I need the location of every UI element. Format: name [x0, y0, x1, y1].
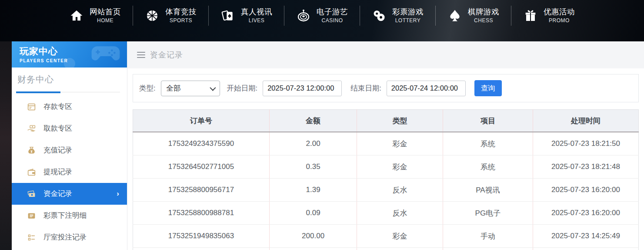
- table-row: 1753251949835063200.00彩金手动2025-07-23 14:…: [133, 225, 639, 248]
- nav-item-home[interactable]: 网站首页HOME: [57, 7, 133, 24]
- table-cell: 2025-07-23 16:20:00: [533, 202, 638, 225]
- finance-center-title: 财务中心: [17, 74, 120, 85]
- nav-label-en: HOME: [97, 17, 113, 24]
- sidebar-item-label: 厅室投注记录: [43, 233, 87, 242]
- nav-label-en: LOTTERY: [395, 17, 421, 24]
- table-cell: 1753249234375590: [133, 132, 270, 155]
- circle-decoration: [64, 58, 75, 68]
- roulette-icon: [296, 8, 311, 23]
- table-cell: 2.00: [270, 132, 357, 155]
- table-cell: 1753264502771005: [133, 155, 270, 179]
- nav-label-zh: 电子游艺: [317, 7, 348, 17]
- sidebar-item-deposit-zone[interactable]: 存款专区: [12, 96, 127, 118]
- sidebar-item-funds-record[interactable]: 资金记录 ›: [12, 183, 127, 205]
- table-cell: [533, 248, 638, 250]
- table-cell: 2025-07-23 16:20:00: [533, 179, 638, 202]
- nav-label-zh: 体育竞技: [165, 7, 197, 17]
- nav-label-en: CASINO: [321, 17, 343, 24]
- type-label: 类型:: [139, 84, 156, 93]
- nav-item-lottery[interactable]: 彩票游戏LOTTERY: [360, 7, 435, 24]
- nav-item-promo[interactable]: 优惠活动PROMO: [511, 7, 587, 24]
- sidebar-item-hall-bet-record[interactable]: 厅室投注记录: [12, 226, 127, 248]
- table-cell: [443, 248, 533, 250]
- nav-label-zh: 真人视讯: [241, 7, 272, 17]
- spade-icon: [447, 8, 462, 23]
- section-underline: [16, 92, 120, 92]
- nav-item-lives[interactable]: 真人视讯LIVES: [209, 7, 284, 24]
- ticket-list-icon: [27, 211, 36, 220]
- table-body: 17532492343755902.00彩金系统2025-07-23 18:21…: [133, 132, 639, 250]
- table-cell: 彩金: [357, 225, 443, 248]
- nav-item-casino[interactable]: 电子游艺CASINO: [284, 7, 360, 24]
- nav-label-zh: 棋牌游戏: [468, 7, 499, 17]
- table-cell: 彩金: [357, 155, 443, 179]
- table-cell: 200.00: [270, 225, 357, 248]
- start-date-label: 开始日期:: [227, 84, 258, 93]
- start-date-input[interactable]: [263, 81, 342, 96]
- sidebar-item-withdrawal-record[interactable]: 提现记录: [12, 161, 127, 183]
- top-navigation: 网站首页HOME 体育竞技SPORTS 真人视讯LIVES 电子游艺CASINO: [0, 0, 644, 41]
- withdraw-icon: [27, 124, 36, 133]
- sidebar: 玩家中心 PLAYERS CENTER 财务中心 存款专区 取款专区 充值记录: [12, 41, 127, 250]
- table-row: 17532645027710050.35彩金系统2025-07-23 18:21…: [133, 155, 639, 179]
- table-cell: 1753251949835063: [133, 225, 270, 248]
- table-cell: PG电子: [443, 202, 533, 225]
- table-cell: 系统: [443, 155, 533, 179]
- nav-label-zh: 优惠活动: [544, 7, 575, 17]
- sidebar-item-lottery-bet-detail[interactable]: 彩票下注明细: [12, 205, 127, 226]
- search-button[interactable]: 查询: [474, 80, 502, 96]
- sidebar-header: 玩家中心 PLAYERS CENTER: [12, 41, 127, 68]
- nav-label-en: CHESS: [474, 17, 493, 24]
- table-cell: 2025-07-23 14:25:49: [533, 225, 638, 248]
- end-date-input[interactable]: [387, 81, 466, 96]
- sidebar-item-label: 存款专区: [43, 102, 72, 111]
- table-cell: 1.39: [270, 179, 357, 202]
- playing-cards-icon: [220, 8, 235, 23]
- sidebar-item-recharge-record[interactable]: 充值记录: [12, 139, 127, 161]
- table-cell: 0.35: [270, 155, 357, 179]
- table-row: 17532588009887810.09反水PG电子2025-07-23 16:…: [133, 202, 639, 225]
- table-cell: [357, 248, 443, 250]
- sidebar-item-label: 彩票下注明细: [43, 211, 87, 220]
- sidebar-item-withdraw-zone[interactable]: 取款专区: [12, 118, 127, 139]
- menu-toggle-icon[interactable]: [137, 52, 145, 58]
- table-cell: 反水: [357, 179, 443, 202]
- nav-item-sports[interactable]: 体育竞技SPORTS: [133, 7, 208, 24]
- table-row: 17532492343755902.00彩金系统2025-07-23 18:21…: [133, 132, 639, 155]
- table-cell: 2025-07-23 18:21:50: [533, 132, 638, 155]
- type-select[interactable]: 全部: [161, 81, 220, 96]
- table-cell: 当前页统计: [133, 248, 270, 250]
- header-item: 项目: [443, 110, 533, 132]
- header-order-no: 订单号: [133, 110, 270, 132]
- table-cell: 203.83: [270, 248, 357, 250]
- table-cell: PA视讯: [443, 179, 533, 202]
- records-table: 订单号 金额 类型 项目 处理时间 17532492343755902.00彩金…: [133, 109, 639, 250]
- table-cell: 手动: [443, 225, 533, 248]
- sidebar-item-label: 充值记录: [43, 145, 72, 155]
- nav-item-chess[interactable]: 棋牌游戏CHESS: [436, 7, 511, 24]
- home-icon: [69, 8, 84, 23]
- table-cell: 反水: [357, 202, 443, 225]
- sidebar-menu: 存款专区 取款专区 充值记录 提现记录 资金记录 ›: [12, 96, 127, 248]
- nav-label-zh: 彩票游戏: [392, 7, 424, 17]
- table-cell: 0.09: [270, 202, 357, 225]
- chevron-down-icon: [210, 84, 216, 91]
- filter-panel: 类型: 全部 开始日期: 结束日期: 查询: [133, 74, 639, 102]
- table-header-row: 订单号 金额 类型 项目 处理时间: [133, 110, 639, 132]
- gamepad-icon: [89, 43, 123, 66]
- chevron-right-icon: ›: [117, 189, 119, 198]
- table-cell: 1753258800988781: [133, 202, 270, 225]
- nav-label-en: SPORTS: [170, 17, 192, 24]
- header-type: 类型: [357, 110, 443, 132]
- nav-label-en: PROMO: [549, 17, 570, 24]
- page-title: 资金记录: [150, 50, 183, 60]
- table-row: 17532588009567171.39反水PA视讯2025-07-23 16:…: [133, 179, 639, 202]
- table-cell: 1753258800956717: [133, 179, 270, 202]
- list-icon: [27, 233, 36, 242]
- sidebar-item-label: 提现记录: [43, 167, 72, 177]
- lottery-balls-icon: [372, 8, 387, 23]
- wallet-icon: [27, 168, 36, 177]
- table-cell: 彩金: [357, 132, 443, 155]
- type-select-value: 全部: [167, 84, 181, 93]
- header-process-time: 处理时间: [533, 110, 638, 132]
